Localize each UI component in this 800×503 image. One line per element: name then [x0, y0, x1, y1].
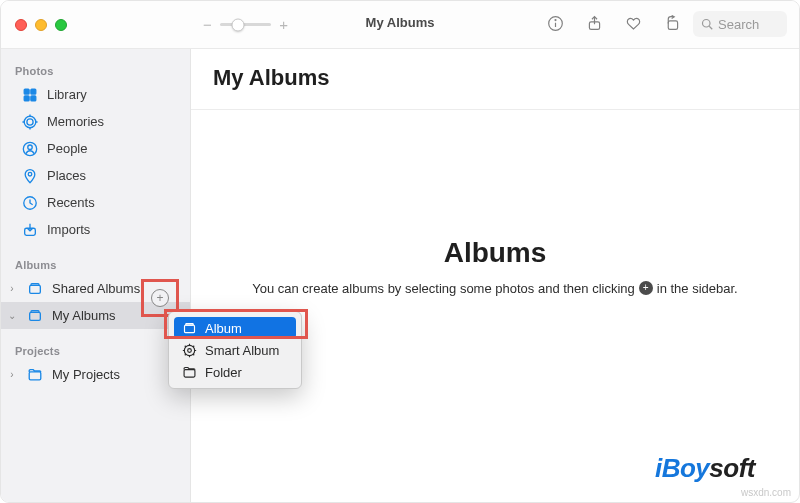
sidebar-item-library[interactable]: Library: [1, 81, 190, 108]
watermark-brand: iBoysoft: [655, 453, 755, 484]
thumbnail-zoom-slider[interactable]: − +: [203, 16, 288, 33]
photos-window: − + My Albums Search: [0, 0, 800, 503]
traffic-lights: [1, 19, 73, 31]
sidebar-item-label: Memories: [47, 114, 104, 129]
svg-line-39: [185, 354, 186, 355]
empty-state: Albums You can create albums by selectin…: [191, 70, 799, 462]
svg-point-20: [28, 172, 32, 176]
empty-state-text-before: You can create albums by selecting some …: [252, 281, 635, 296]
svg-rect-41: [184, 369, 195, 377]
svg-rect-9: [30, 89, 35, 94]
sidebar-item-my-projects[interactable]: › My Projects: [1, 361, 190, 388]
svg-line-7: [709, 26, 712, 29]
svg-rect-8: [24, 89, 29, 94]
add-album-button[interactable]: +: [151, 289, 169, 307]
svg-point-12: [24, 116, 36, 128]
svg-point-2: [555, 19, 556, 20]
svg-rect-25: [31, 283, 39, 285]
main-panel: My Albums Albums You can create albums b…: [191, 49, 799, 502]
zoom-in-icon: +: [279, 16, 288, 33]
rotate-icon[interactable]: [664, 15, 681, 36]
svg-line-38: [193, 354, 194, 355]
svg-point-32: [188, 348, 192, 352]
ctx-item-label: Smart Album: [205, 343, 279, 358]
title-bar: − + My Albums Search: [1, 1, 799, 49]
ctx-item-folder[interactable]: Folder: [174, 361, 296, 383]
folder-icon: [182, 365, 197, 380]
share-icon[interactable]: [586, 15, 603, 36]
ctx-item-smart-album[interactable]: Smart Album: [174, 339, 296, 361]
sidebar-section-albums: Albums: [1, 253, 190, 275]
fullscreen-window-button[interactable]: [55, 19, 67, 31]
minimize-window-button[interactable]: [35, 19, 47, 31]
toolbar-icons: [547, 1, 681, 49]
svg-rect-30: [186, 323, 194, 325]
sidebar-item-label: Library: [47, 87, 87, 102]
recents-icon: [21, 195, 38, 211]
sidebar: Photos Library Memories People Places Re…: [1, 49, 191, 502]
watermark-domain: wsxdn.com: [741, 487, 791, 498]
ctx-item-label: Folder: [205, 365, 242, 380]
svg-point-19: [27, 145, 31, 149]
svg-rect-28: [29, 371, 41, 379]
svg-rect-5: [668, 20, 677, 29]
sidebar-item-label: Recents: [47, 195, 95, 210]
empty-state-text-after: in the sidebar.: [657, 281, 738, 296]
svg-rect-29: [185, 325, 195, 333]
new-album-context-menu: Album Smart Album Folder: [168, 311, 302, 389]
svg-rect-26: [29, 312, 40, 320]
sidebar-item-memories[interactable]: Memories: [1, 108, 190, 135]
places-icon: [21, 168, 38, 184]
chevron-right-icon[interactable]: ›: [7, 369, 17, 380]
album-icon: [182, 321, 197, 336]
zoom-slider-track[interactable]: [220, 23, 271, 26]
empty-state-subtitle: You can create albums by selecting some …: [252, 281, 737, 296]
svg-rect-11: [30, 95, 35, 100]
chevron-right-icon[interactable]: ›: [7, 283, 17, 294]
sidebar-section-projects: Projects: [1, 339, 190, 361]
sidebar-item-imports[interactable]: Imports: [1, 216, 190, 243]
shared-albums-icon: [26, 281, 43, 297]
close-window-button[interactable]: [15, 19, 27, 31]
sidebar-item-label: People: [47, 141, 87, 156]
sidebar-item-label: Places: [47, 168, 86, 183]
library-icon: [21, 87, 38, 103]
window-body: Photos Library Memories People Places Re…: [1, 49, 799, 502]
sidebar-section-photos: Photos: [1, 59, 190, 81]
memories-icon: [21, 114, 38, 130]
svg-rect-24: [29, 285, 40, 293]
sidebar-item-people[interactable]: People: [1, 135, 190, 162]
svg-rect-10: [24, 95, 29, 100]
svg-point-6: [703, 20, 711, 28]
people-icon: [21, 141, 38, 157]
sidebar-item-label: My Albums: [52, 308, 116, 323]
search-input[interactable]: Search: [693, 11, 787, 37]
sidebar-item-label: My Projects: [52, 367, 120, 382]
ctx-item-album[interactable]: Album: [174, 317, 296, 339]
favorite-icon[interactable]: [625, 15, 642, 36]
chevron-down-icon[interactable]: ⌄: [7, 310, 17, 321]
info-icon[interactable]: [547, 15, 564, 36]
zoom-slider-knob[interactable]: [231, 18, 244, 31]
sidebar-item-label: Imports: [47, 222, 90, 237]
svg-line-40: [193, 345, 194, 346]
svg-line-37: [185, 345, 186, 346]
sidebar-item-label: Shared Albums: [52, 281, 140, 296]
zoom-out-icon: −: [203, 16, 212, 33]
imports-icon: [21, 222, 38, 238]
plus-icon: +: [639, 281, 653, 295]
sidebar-item-recents[interactable]: Recents: [1, 189, 190, 216]
search-icon: [701, 18, 713, 30]
svg-point-13: [26, 118, 32, 124]
ctx-item-label: Album: [205, 321, 242, 336]
svg-rect-27: [31, 310, 39, 312]
empty-state-title: Albums: [444, 237, 547, 269]
window-title: My Albums: [366, 15, 435, 30]
my-projects-icon: [26, 367, 43, 383]
search-placeholder: Search: [718, 17, 759, 32]
my-albums-icon: [26, 308, 43, 324]
sidebar-item-places[interactable]: Places: [1, 162, 190, 189]
smart-album-icon: [182, 343, 197, 358]
